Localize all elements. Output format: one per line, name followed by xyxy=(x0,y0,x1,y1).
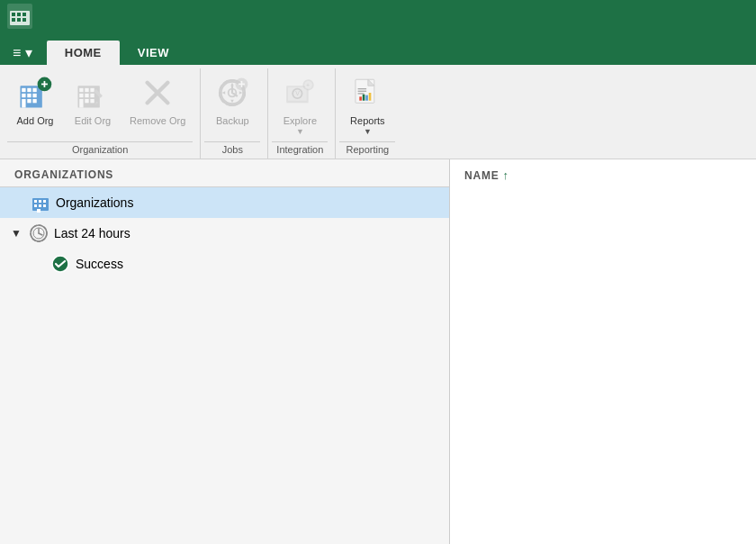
svg-rect-5 xyxy=(12,18,15,22)
svg-rect-54 xyxy=(360,96,363,100)
clock-icon xyxy=(29,223,49,243)
organization-group-label: Organization xyxy=(7,141,193,159)
svg-rect-27 xyxy=(90,94,94,97)
reports-button[interactable]: Reports ▼ xyxy=(339,68,395,140)
svg-rect-25 xyxy=(79,94,83,97)
reports-icon xyxy=(346,72,388,113)
organization-items: Add Org xyxy=(7,68,193,140)
integration-items: V + Explore ▼ xyxy=(272,68,328,140)
success-label: Success xyxy=(76,257,123,271)
last24-label: Last 24 hours xyxy=(54,226,130,240)
explore-label: Explore xyxy=(284,115,317,127)
explore-dropdown-arrow: ▼ xyxy=(296,127,304,136)
name-column-header[interactable]: NAME ↑ xyxy=(464,168,742,182)
svg-rect-22 xyxy=(79,88,83,92)
sort-asc-icon[interactable]: ↑ xyxy=(503,168,509,182)
svg-rect-55 xyxy=(363,95,365,101)
tree-item-success[interactable]: Success xyxy=(0,249,449,279)
tree-item-last24[interactable]: ▼ Last 24 hours xyxy=(0,218,449,249)
edit-org-label: Edit Org xyxy=(75,115,111,127)
svg-rect-16 xyxy=(27,99,31,103)
svg-rect-57 xyxy=(369,93,372,101)
success-icon xyxy=(50,254,70,274)
svg-rect-24 xyxy=(90,88,94,92)
svg-rect-61 xyxy=(43,200,46,203)
ribbon-group-organization: Add Org xyxy=(4,68,201,159)
svg-rect-64 xyxy=(43,204,46,207)
svg-rect-62 xyxy=(34,204,37,207)
svg-text:V: V xyxy=(296,90,301,96)
svg-rect-7 xyxy=(22,18,26,22)
add-org-button[interactable]: Add Org xyxy=(7,68,63,131)
svg-rect-15 xyxy=(22,99,25,108)
add-org-label: Add Org xyxy=(17,115,54,127)
remove-org-button[interactable]: Remove Org xyxy=(122,68,193,131)
svg-rect-9 xyxy=(22,88,25,92)
reporting-group-label: Reporting xyxy=(339,141,395,159)
reports-label: Reports xyxy=(350,115,385,127)
svg-rect-13 xyxy=(27,94,31,97)
svg-rect-2 xyxy=(12,13,15,16)
edit-org-icon xyxy=(72,72,113,113)
svg-text:+: + xyxy=(306,82,310,88)
reports-dropdown-arrow: ▼ xyxy=(364,127,372,136)
title-bar xyxy=(0,0,756,32)
svg-rect-65 xyxy=(37,209,40,213)
tab-view[interactable]: VIEW xyxy=(120,41,187,65)
add-org-icon xyxy=(14,72,56,113)
svg-rect-11 xyxy=(32,88,36,92)
svg-rect-14 xyxy=(32,94,36,97)
remove-org-icon xyxy=(137,72,178,113)
reporting-items: Reports ▼ xyxy=(339,68,395,140)
tab-bar: ≡ ▾ HOME VIEW xyxy=(0,32,756,65)
svg-rect-12 xyxy=(22,94,25,97)
svg-rect-4 xyxy=(22,13,26,16)
svg-rect-60 xyxy=(39,200,41,203)
svg-rect-41 xyxy=(241,81,243,87)
tab-home[interactable]: HOME xyxy=(47,41,120,65)
organizations-label: Organizations xyxy=(56,195,133,210)
app-icon xyxy=(7,4,32,29)
integration-group-label: Integration xyxy=(272,141,328,159)
ribbon-group-reporting: Reports ▼ Reporting xyxy=(336,68,402,159)
jobs-items: Backup xyxy=(204,68,260,140)
tree-item-organizations[interactable]: Organizations xyxy=(0,187,449,218)
svg-rect-26 xyxy=(85,94,88,97)
jobs-group-label: Jobs xyxy=(204,141,260,159)
svg-rect-3 xyxy=(17,13,21,16)
svg-line-70 xyxy=(39,233,42,235)
svg-rect-10 xyxy=(27,88,31,92)
organizations-header: ORGANIZATIONS xyxy=(0,159,449,187)
svg-rect-17 xyxy=(32,99,36,103)
ribbon-group-integration: V + Explore ▼ Integration xyxy=(268,68,336,159)
edit-org-button[interactable]: Edit Org xyxy=(65,68,121,131)
right-panel: NAME ↑ xyxy=(450,159,756,544)
main-area: ORGANIZATIONS Organizations ▼ xyxy=(0,159,756,544)
backup-icon xyxy=(212,72,253,113)
svg-rect-63 xyxy=(39,204,41,207)
collapse-icon[interactable]: ▼ xyxy=(11,227,22,240)
svg-rect-56 xyxy=(366,95,369,101)
building-icon xyxy=(31,193,50,213)
backup-label: Backup xyxy=(216,115,249,127)
remove-org-label: Remove Org xyxy=(130,115,185,127)
explore-button[interactable]: V + Explore ▼ xyxy=(272,68,328,140)
svg-rect-20 xyxy=(44,81,46,87)
svg-rect-23 xyxy=(85,88,88,92)
left-panel: ORGANIZATIONS Organizations ▼ xyxy=(0,159,450,544)
backup-button[interactable]: Backup xyxy=(204,68,260,131)
ribbon-group-jobs: Backup Jobs xyxy=(201,68,268,159)
svg-rect-59 xyxy=(34,200,37,203)
explore-icon: V + xyxy=(279,72,320,113)
svg-rect-30 xyxy=(90,99,94,103)
svg-rect-6 xyxy=(17,18,21,22)
ribbon: Add Org xyxy=(0,65,756,159)
svg-rect-28 xyxy=(79,99,83,108)
svg-rect-29 xyxy=(85,99,88,103)
name-label: NAME xyxy=(464,169,500,182)
menu-button[interactable]: ≡ ▾ xyxy=(4,41,41,65)
